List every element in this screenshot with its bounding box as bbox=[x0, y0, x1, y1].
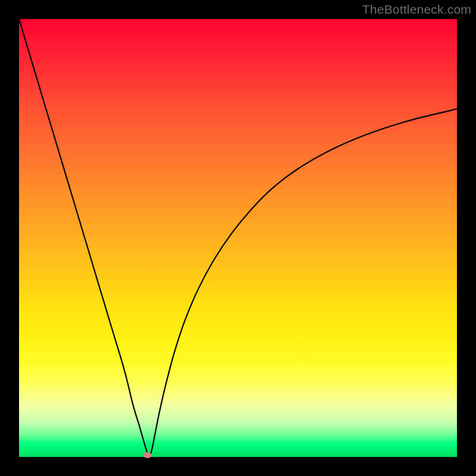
watermark-text: TheBottleneck.com bbox=[362, 2, 471, 17]
plot-area bbox=[19, 19, 457, 457]
minimum-marker bbox=[143, 452, 152, 458]
curve-layer bbox=[19, 19, 457, 457]
chart-container: TheBottleneck.com bbox=[0, 0, 476, 476]
bottleneck-curve bbox=[19, 19, 457, 456]
